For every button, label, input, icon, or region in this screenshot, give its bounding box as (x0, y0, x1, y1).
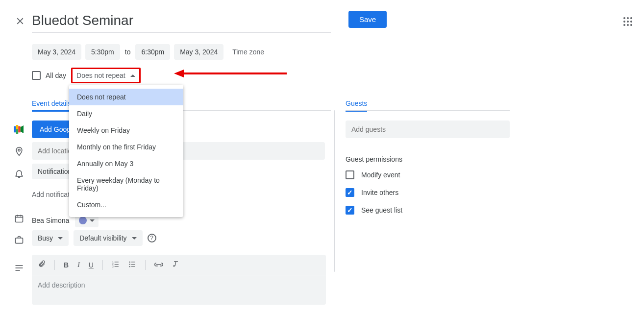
google-meet-icon (14, 125, 25, 136)
svg-point-7 (18, 149, 20, 151)
modify-event-label: Modify event (361, 171, 400, 179)
svg-point-22 (129, 262, 130, 263)
invite-others-label: Invite others (361, 189, 398, 196)
chevron-up-icon (130, 74, 135, 77)
annotation-arrow (174, 69, 287, 78)
allday-checkbox[interactable] (32, 71, 41, 80)
color-swatch-icon (79, 217, 87, 224)
svg-marker-1 (174, 70, 184, 77)
guest-permissions-title: Guest permissions (346, 155, 402, 163)
allday-label: All day (46, 72, 66, 79)
location-icon (14, 146, 24, 158)
recurrence-selected-label: Does not repeat (76, 72, 125, 79)
svg-rect-4 (16, 129, 19, 134)
recurrence-option-weekday[interactable]: Every weekday (Monday to Friday) (69, 172, 183, 196)
chevron-down-icon (58, 237, 63, 240)
briefcase-icon (14, 235, 24, 246)
svg-rect-2 (14, 126, 16, 133)
to-label: to (125, 48, 131, 56)
modify-event-checkbox[interactable] (346, 170, 354, 179)
chevron-down-icon (90, 219, 95, 222)
perm-see-guest-list-row: See guest list (346, 206, 402, 215)
tab-event-details[interactable]: Event details (32, 99, 71, 112)
svg-rect-8 (16, 216, 23, 222)
help-icon[interactable]: ? (148, 234, 156, 242)
clear-formatting-button[interactable] (172, 260, 180, 269)
svg-marker-6 (21, 125, 24, 133)
chevron-down-icon (132, 237, 137, 240)
guests-separator (346, 110, 510, 111)
start-date-chip[interactable]: May 3, 2024 (32, 44, 81, 60)
attach-icon[interactable] (38, 260, 46, 270)
description-textarea[interactable]: Add description (32, 275, 326, 305)
perm-modify-event-row: Modify event (346, 170, 400, 179)
bold-button[interactable]: B (64, 261, 69, 269)
save-button[interactable]: Save (348, 11, 387, 28)
recurrence-option-daily[interactable]: Daily (69, 105, 183, 122)
numbered-list-button[interactable]: 123 (112, 261, 120, 269)
svg-point-24 (129, 264, 130, 265)
link-button[interactable] (154, 261, 163, 269)
recurrence-dropdown-menu: Does not repeat Daily Weekly on Friday M… (69, 85, 183, 217)
svg-rect-5 (18, 126, 21, 133)
google-apps-button[interactable] (623, 13, 632, 26)
description-toolbar: B I U 123 (32, 255, 326, 275)
add-guests-input[interactable] (346, 121, 510, 138)
timezone-button[interactable]: Time zone (232, 48, 264, 56)
recurrence-dropdown-trigger[interactable]: Does not repeat (71, 68, 141, 83)
bullet-list-button[interactable] (128, 261, 136, 269)
event-title-input[interactable] (32, 11, 331, 33)
end-time-chip[interactable]: 6:30pm (135, 44, 170, 60)
bell-icon (14, 169, 24, 180)
recurrence-option-custom[interactable]: Custom... (69, 196, 183, 213)
end-date-chip[interactable]: May 3, 2024 (174, 44, 223, 60)
svg-point-26 (129, 266, 130, 267)
svg-text:3: 3 (112, 266, 114, 267)
organizer-name: Bea Simona (32, 217, 69, 224)
recurrence-option-weekly[interactable]: Weekly on Friday (69, 122, 183, 139)
allday-row: All day Does not repeat (32, 68, 141, 83)
svg-rect-3 (16, 125, 19, 129)
availability-select[interactable]: Busy (32, 230, 69, 246)
see-guest-list-checkbox[interactable] (346, 206, 354, 215)
recurrence-option-does-not-repeat[interactable]: Does not repeat (69, 89, 183, 105)
italic-button[interactable]: I (77, 261, 80, 269)
time-row: May 3, 2024 5:30pm to 6:30pm May 3, 2024… (32, 44, 264, 60)
perm-invite-others-row: Invite others (346, 188, 398, 197)
recurrence-option-monthly[interactable]: Monthly on the first Friday (69, 139, 183, 155)
description-icon (14, 263, 24, 274)
recurrence-option-annually[interactable]: Annually on May 3 (69, 155, 183, 172)
start-time-chip[interactable]: 5:30pm (85, 44, 120, 60)
see-guest-list-label: See guest list (361, 206, 402, 214)
availability-row: Busy Default visibility ? (32, 230, 156, 246)
calendar-icon (14, 214, 24, 225)
svg-rect-12 (16, 238, 23, 243)
visibility-select[interactable]: Default visibility (74, 230, 142, 246)
scrollbar[interactable] (334, 110, 335, 272)
close-icon[interactable] (15, 16, 25, 28)
underline-button[interactable]: U (89, 261, 94, 269)
invite-others-checkbox[interactable] (346, 188, 354, 197)
